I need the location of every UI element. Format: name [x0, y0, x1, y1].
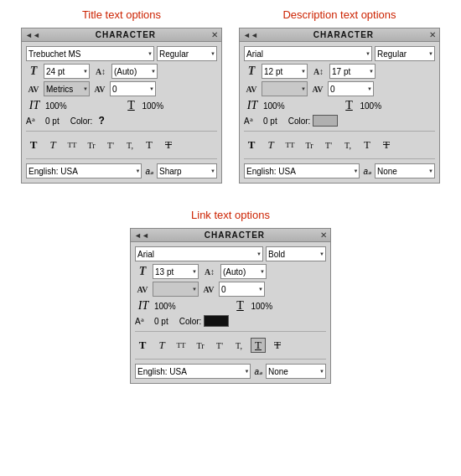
link-size-wrapper[interactable]: 13 pt — [153, 264, 199, 279]
title-size-row: T 24 pt A↕ (Auto) — [26, 64, 217, 79]
link-typo-btn-5[interactable]: T, — [231, 338, 246, 353]
title-leading-wrapper[interactable]: (Auto) — [111, 64, 158, 79]
desc-typo-btn-2[interactable]: TT — [282, 137, 298, 153]
title-size-select[interactable]: 24 pt — [44, 64, 90, 79]
link-typo-btn-6[interactable]: T — [251, 338, 266, 353]
link-tracking-wrapper[interactable] — [153, 282, 199, 297]
desc-aa-label: aₐ — [363, 167, 371, 176]
link-style-select[interactable]: Bold — [266, 246, 326, 261]
desc-leading-icon: A↕ — [310, 64, 327, 79]
desc-tracking-wrapper[interactable] — [262, 81, 308, 96]
desc-typo-row: T T TT Tr T' T, T T — [244, 136, 435, 154]
title-style-select[interactable]: Regular — [157, 46, 217, 61]
link-panel-titlebar: ◄◄ CHARACTER ✕ — [131, 229, 330, 242]
title-font-row: Trebuchet MS Regular — [26, 46, 217, 61]
link-typo-btn-4[interactable]: T' — [212, 338, 227, 353]
link-aa-wrapper[interactable]: None — [266, 364, 326, 379]
title-typo-btn-0[interactable]: T — [26, 137, 41, 153]
desc-size-wrapper[interactable]: 12 pt — [262, 64, 308, 79]
title-tracking-wrapper[interactable]: Metrics — [44, 81, 90, 96]
title-scalev-val: 100% — [45, 101, 121, 111]
title-aa-select[interactable]: Sharp — [157, 163, 217, 178]
desc-divider1 — [244, 131, 435, 132]
desc-typo-btn-6[interactable]: T — [360, 137, 375, 153]
title-typo-btn-5[interactable]: T, — [122, 137, 137, 153]
title-typo-btn-3[interactable]: Tr — [84, 137, 99, 153]
title-typo-btn-7[interactable]: T — [161, 137, 176, 153]
desc-style-wrapper[interactable]: Regular — [375, 46, 435, 61]
link-typo-btn-2[interactable]: TT — [174, 338, 189, 353]
desc-tracking-select[interactable] — [262, 81, 308, 96]
desc-aa-select[interactable]: None — [375, 163, 435, 178]
desc-size-row: T 12 pt A↕ 17 pt — [244, 64, 435, 79]
link-font-select[interactable]: Arial — [135, 246, 263, 261]
desc-typo-btn-0[interactable]: T — [244, 137, 259, 153]
link-typo-btn-7[interactable]: T — [270, 338, 285, 353]
title-typo-btn-2[interactable]: TT — [65, 137, 80, 153]
title-style-wrapper[interactable]: Regular — [157, 46, 217, 61]
desc-size-select[interactable]: 12 pt — [262, 64, 308, 79]
title-font-select[interactable]: Trebuchet MS — [26, 46, 154, 61]
desc-lang-select[interactable]: English: USA — [244, 163, 360, 178]
title-typo-btn-4[interactable]: T' — [103, 137, 118, 153]
link-aa-select[interactable]: None — [266, 364, 326, 379]
link-font-wrapper[interactable]: Arial — [135, 246, 263, 261]
title-tracking-select[interactable]: Metrics — [44, 81, 90, 96]
desc-font-select[interactable]: Arial — [244, 46, 372, 61]
desc-leading-select[interactable]: 17 pt — [329, 64, 376, 79]
desc-font-row: Arial Regular — [244, 46, 435, 61]
desc-collapse-btn[interactable]: ◄◄ — [243, 31, 258, 39]
link-tracking-icon: AV — [135, 282, 150, 297]
desc-kerning-wrapper[interactable]: 0 — [328, 81, 374, 96]
title-divider2 — [26, 158, 217, 159]
desc-typo-btn-1[interactable]: T — [263, 137, 278, 153]
title-baseline-val: 0 pt — [45, 116, 60, 126]
title-collapse-btn[interactable]: ◄◄ — [25, 31, 40, 39]
link-section-heading: Link text options — [130, 209, 331, 221]
link-scaleh-val: 100% — [251, 302, 327, 311]
title-typo-btn-6[interactable]: T — [142, 137, 157, 153]
title-close-btn[interactable]: ✕ — [211, 30, 218, 39]
title-typo-btn-1[interactable]: T — [45, 137, 60, 153]
desc-color-swatch[interactable] — [313, 115, 338, 127]
link-tracking-row: AV AV 0 — [135, 282, 326, 297]
link-collapse-btn[interactable]: ◄◄ — [134, 231, 149, 240]
desc-kerning-select[interactable]: 0 — [328, 81, 374, 96]
title-kerning-select[interactable]: 0 — [110, 81, 156, 96]
desc-lang-wrapper[interactable]: English: USA — [244, 163, 360, 178]
title-leading-select[interactable]: (Auto) — [111, 64, 158, 79]
link-leading-select[interactable]: (Auto) — [220, 264, 267, 279]
title-font-wrapper[interactable]: Trebuchet MS — [26, 46, 154, 61]
desc-typo-btn-3[interactable]: Tr — [302, 137, 317, 153]
title-aa-wrapper[interactable]: Sharp — [157, 163, 217, 178]
link-panel-title: CHARACTER — [205, 230, 265, 240]
link-close-btn[interactable]: ✕ — [320, 230, 327, 240]
link-lang-select[interactable]: English: USA — [135, 364, 251, 379]
desc-typo-btn-5[interactable]: T, — [340, 137, 355, 153]
link-style-wrapper[interactable]: Bold — [266, 246, 326, 261]
desc-typo-btn-4[interactable]: T' — [321, 137, 336, 153]
desc-aa-wrapper[interactable]: None — [375, 163, 435, 178]
title-kerning-wrapper[interactable]: 0 — [110, 81, 156, 96]
desc-font-wrapper[interactable]: Arial — [244, 46, 372, 61]
desc-section: Description text options ◄◄ CHARACTER ✕ … — [239, 8, 440, 184]
link-typo-btn-0[interactable]: T — [135, 338, 150, 353]
title-section-heading: Title text options — [21, 8, 222, 21]
link-leading-wrapper[interactable]: (Auto) — [220, 264, 267, 279]
title-lang-row: English: USA aₐ Sharp — [26, 163, 217, 178]
title-lang-select[interactable]: English: USA — [26, 163, 142, 178]
link-typo-btn-3[interactable]: Tr — [193, 338, 208, 353]
link-lang-wrapper[interactable]: English: USA — [135, 364, 251, 379]
link-size-select[interactable]: 13 pt — [153, 264, 199, 279]
link-tracking-select[interactable] — [153, 282, 199, 297]
link-color-swatch[interactable] — [204, 315, 229, 327]
desc-typo-btn-7[interactable]: T — [379, 137, 394, 153]
title-lang-wrapper[interactable]: English: USA — [26, 163, 142, 178]
desc-leading-wrapper[interactable]: 17 pt — [329, 64, 376, 79]
title-size-wrapper[interactable]: 24 pt — [44, 64, 90, 79]
desc-close-btn[interactable]: ✕ — [429, 30, 436, 39]
link-kerning-wrapper[interactable]: 0 — [219, 282, 265, 297]
link-kerning-select[interactable]: 0 — [219, 282, 265, 297]
link-typo-btn-1[interactable]: T — [154, 338, 169, 353]
desc-style-select[interactable]: Regular — [375, 46, 435, 61]
